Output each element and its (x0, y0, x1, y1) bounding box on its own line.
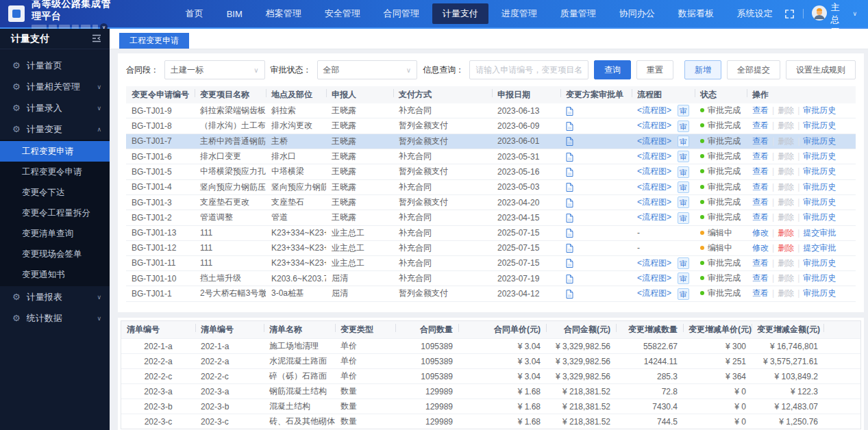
sidebar-subitem-change-apply[interactable]: 工程变更申请 (0, 141, 110, 162)
table-row[interactable]: BG-TJ01-9斜拉索梁端锅齿板...斜拉索王晓露补充合同2023-06-13… (126, 103, 856, 118)
flow-diagram-link[interactable]: <流程图> (637, 105, 671, 115)
document-icon[interactable] (566, 229, 573, 238)
document-icon[interactable] (566, 275, 573, 283)
action-view[interactable]: 查看 (752, 136, 769, 146)
action-view[interactable]: 查看 (752, 273, 769, 283)
action-view[interactable]: 查看 (752, 121, 769, 130)
flow-diagram-link[interactable]: <流程图> (637, 288, 671, 298)
flow-diagram-link[interactable]: <流程图> (637, 121, 671, 130)
flow-diagram-link[interactable]: <流程图> (637, 258, 671, 268)
audit-badge[interactable]: 审 (678, 121, 689, 132)
table-row[interactable]: BG-TJ01-11111K23+334~K23+675业主总工补充合同2025… (126, 255, 856, 270)
sidebar-item-measure-entry[interactable]: ⚙计量录入∨ (0, 97, 110, 118)
document-icon[interactable] (566, 244, 573, 253)
flow-diagram-link[interactable]: <流程图> (637, 182, 671, 192)
flow-diagram-link[interactable]: <流程图> (637, 136, 671, 146)
action-delete[interactable]: 删除 (778, 243, 794, 253)
sidebar-subitem-change-order-issue[interactable]: 变更令下达 (0, 182, 110, 203)
sidebar-subitem-change-list-query[interactable]: 变更清单查询 (0, 223, 110, 244)
tab-change-apply[interactable]: 工程变更申请 (119, 33, 189, 49)
audit-badge[interactable]: 审 (678, 105, 689, 116)
action-history[interactable]: 审批历史 (803, 288, 836, 298)
action-history[interactable]: 审批历史 (803, 197, 836, 207)
action-history[interactable]: 审批历史 (803, 136, 836, 146)
document-icon[interactable] (566, 122, 573, 131)
action-view[interactable]: 查看 (752, 212, 769, 222)
reset-button[interactable]: 重置 (636, 60, 673, 79)
nav-item-dashboard[interactable]: 数据看板 (668, 3, 724, 24)
sidebar-subitem-change-order-apply[interactable]: 工程变更令申请 (0, 162, 110, 182)
nav-item-measure-pay[interactable]: 计量支付 (432, 3, 488, 24)
nav-item-archive[interactable]: 档案管理 (256, 3, 312, 24)
rules-button[interactable]: 设置生成规则 (786, 60, 856, 79)
action-history[interactable]: 审批历史 (803, 121, 836, 130)
nav-item-progress[interactable]: 进度管理 (491, 3, 547, 24)
action-history[interactable]: 审批历史 (803, 151, 836, 161)
sidebar-item-measure-change[interactable]: ⚙计量变更∧ (0, 118, 110, 140)
action-delete[interactable]: 删除 (778, 228, 794, 238)
flow-diagram-link[interactable]: <流程图> (637, 151, 671, 161)
audit-badge[interactable]: 审 (678, 166, 689, 178)
nav-item-system[interactable]: 系统设定 (727, 3, 783, 24)
action-view[interactable]: 查看 (752, 151, 769, 161)
table-row[interactable]: BG-TJ01-2管道调整管道王晓露补充合同2023-04-15<流程图>审审批… (126, 210, 856, 225)
sidebar-item-measure-report[interactable]: ⚙计量报表∨ (0, 286, 110, 307)
document-icon[interactable] (566, 259, 573, 268)
nav-item-quality[interactable]: 质量管理 (550, 3, 606, 24)
nav-item-contract[interactable]: 合同管理 (373, 3, 430, 24)
add-button[interactable]: 新增 (684, 60, 721, 79)
action-submit[interactable]: 提交审批 (803, 228, 836, 238)
action-history[interactable]: 审批历史 (803, 212, 836, 222)
document-icon[interactable] (566, 214, 573, 223)
table-row[interactable]: BG-TJ01-10挡土墙升级K203.6~K203.7屈清补充合同2023-0… (126, 270, 856, 286)
action-view[interactable]: 查看 (752, 105, 769, 115)
action-submit[interactable]: 提交审批 (803, 243, 836, 253)
nav-item-safety[interactable]: 安全管理 (314, 3, 371, 24)
action-history[interactable]: 审批历史 (803, 273, 836, 283)
document-icon[interactable] (566, 107, 573, 116)
action-view[interactable]: 查看 (752, 288, 769, 298)
table-row[interactable]: BG-TJ01-12111K23+334~K23+675业主总工补充合同2025… (126, 240, 856, 255)
action-view[interactable]: 查看 (752, 197, 769, 207)
action-view[interactable]: 查看 (752, 258, 769, 268)
flow-diagram-link[interactable]: <流程图> (637, 212, 671, 222)
table-row[interactable]: BG-TJ01-3支座垫石更改支座垫石王晓露暂列金额支付2023-04-20<流… (126, 194, 856, 210)
action-view[interactable]: 查看 (752, 166, 769, 176)
sidebar-item-measure-mgmt[interactable]: ⚙计量相关管理∨ (0, 76, 110, 97)
action-edit[interactable]: 修改 (752, 243, 769, 253)
search-input[interactable] (469, 60, 588, 79)
audit-badge[interactable]: 审 (678, 257, 689, 269)
action-view[interactable]: 查看 (752, 182, 769, 192)
query-button[interactable]: 查询 (594, 60, 631, 79)
sidebar-item-stats[interactable]: ⚙统计数据∨ (0, 307, 110, 329)
action-edit[interactable]: 修改 (752, 228, 769, 238)
fullscreen-icon[interactable] (784, 9, 795, 19)
document-icon[interactable] (566, 199, 573, 207)
table-row[interactable]: BG-TJ01-4竖向预应力钢筋压...竖向预应力钢筋王晓露补充合同2023-0… (126, 179, 856, 194)
table-row[interactable]: BG-TJ01-13111K23+334~K23+675业主总工补充合同2025… (126, 225, 856, 240)
audit-badge[interactable]: 审 (678, 136, 689, 147)
sidebar-subitem-change-site-sign[interactable]: 变更现场会签单 (0, 244, 110, 264)
audit-badge[interactable]: 审 (678, 212, 689, 224)
document-icon[interactable] (566, 183, 573, 192)
action-history[interactable]: 审批历史 (803, 258, 836, 268)
audit-badge[interactable]: 审 (678, 273, 689, 284)
flow-diagram-link[interactable]: <流程图> (637, 166, 671, 176)
action-history[interactable]: 审批历史 (803, 166, 836, 176)
flow-diagram-link[interactable]: <流程图> (637, 197, 671, 207)
table-row[interactable]: BG-TJ01-8（排水沟）土工布排水沟更改王晓露暂列金额支付2023-06-0… (126, 118, 856, 134)
table-row[interactable]: BG-TJ01-6排水口变更排水口王晓露补充合同2023-05-31<流程图>审… (126, 149, 856, 164)
document-icon[interactable] (566, 137, 573, 146)
submit-all-button[interactable]: 全部提交 (727, 60, 780, 79)
action-history[interactable]: 审批历史 (803, 105, 836, 115)
nav-item-office[interactable]: 协同办公 (609, 3, 665, 24)
audit-badge[interactable]: 审 (678, 151, 689, 162)
table-row[interactable]: BG-TJ01-7主桥中跨普通钢筋...主桥王晓露暂列金额支付2023-06-0… (126, 134, 856, 149)
nav-item-bim[interactable]: BIM (216, 5, 253, 23)
sidebar-subitem-change-order-split[interactable]: 变更令工程量拆分 (0, 203, 110, 223)
collapse-sidebar-icon[interactable] (92, 34, 101, 45)
document-icon[interactable] (566, 290, 573, 299)
status-select[interactable]: 全部 ∨ (317, 60, 418, 79)
flow-diagram-link[interactable]: <流程图> (637, 273, 671, 283)
document-icon[interactable] (566, 153, 573, 162)
